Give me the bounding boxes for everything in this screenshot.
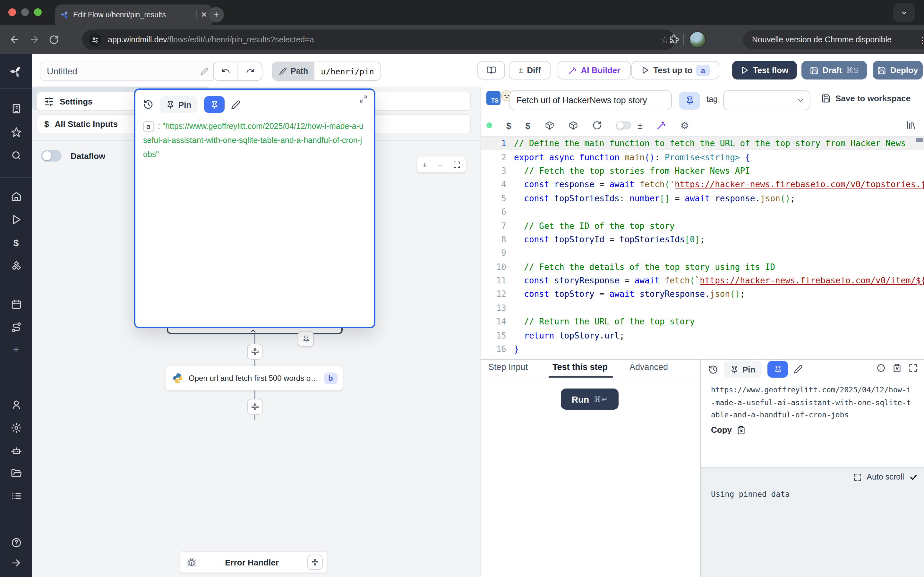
- forward-icon[interactable]: [29, 34, 40, 45]
- flow-node-b[interactable]: Open url and fetch first 500 words of ..…: [166, 366, 342, 390]
- avatar[interactable]: [689, 31, 706, 48]
- diff-icon[interactable]: ±: [638, 120, 642, 131]
- undo-button[interactable]: [214, 62, 237, 80]
- code-line[interactable]: 3 // Fetch the top stories from Hacker N…: [481, 164, 924, 178]
- sidebar-item-schedules[interactable]: [0, 295, 32, 313]
- ai-builder-button[interactable]: AI Builder: [557, 61, 631, 79]
- sidebar-item-workspace[interactable]: [0, 99, 32, 117]
- path-button[interactable]: Path u/henri/pin: [272, 61, 381, 81]
- sidebar-expand[interactable]: [0, 554, 32, 572]
- draft-button[interactable]: Draft ⌘S: [801, 61, 867, 79]
- history-icon[interactable]: [143, 99, 153, 110]
- copy-button[interactable]: Copy: [711, 425, 745, 435]
- flow-name-input[interactable]: Untitled: [40, 61, 216, 81]
- windmill-logo[interactable]: [0, 63, 32, 81]
- auto-scroll-control[interactable]: Auto scroll: [853, 472, 918, 482]
- refresh-icon[interactable]: [592, 121, 602, 130]
- tab-advanced[interactable]: Advanced: [630, 362, 668, 372]
- pin-toggle-button[interactable]: Pin: [160, 96, 198, 113]
- run-button[interactable]: Run ⌘↵: [561, 388, 619, 410]
- code-line[interactable]: 4 const response = await fetch('https://…: [481, 177, 924, 191]
- dataflow-toggle[interactable]: [41, 150, 61, 161]
- code-line[interactable]: 2export async function main(): Promise<s…: [481, 150, 924, 164]
- pinned-active-button[interactable]: [767, 361, 788, 378]
- extensions-puzzle-icon[interactable]: [669, 34, 679, 44]
- docs-button[interactable]: [477, 61, 505, 79]
- bookmark-star-icon[interactable]: ☆: [661, 35, 669, 45]
- code-line[interactable]: 15 return topStory.url;: [481, 329, 924, 342]
- fullscreen-icon[interactable]: [909, 364, 918, 372]
- flow-node-error-handler[interactable]: Error Handler: [180, 551, 327, 573]
- save-to-workspace-button[interactable]: Save to workspace: [821, 93, 911, 103]
- code-line[interactable]: 11 const storyResponse = await fetch(`ht…: [481, 274, 924, 287]
- clipboard-icon[interactable]: [893, 364, 901, 372]
- pinned-active-button[interactable]: [204, 96, 225, 113]
- chrome-update-button[interactable]: Nouvelle version de Chrome disponible ⋮: [743, 30, 924, 49]
- new-tab-button[interactable]: +: [208, 7, 224, 23]
- back-icon[interactable]: [9, 34, 20, 45]
- code-line[interactable]: 1// Define the main function to fetch th…: [481, 137, 924, 150]
- node-a-pin-badge[interactable]: [298, 331, 314, 347]
- pin-toggle-button[interactable]: Pin: [724, 361, 762, 378]
- sidebar-item-search[interactable]: [0, 146, 32, 164]
- step-pin-button[interactable]: [679, 92, 700, 110]
- wand-icon[interactable]: [657, 121, 666, 130]
- window-minimize-button[interactable]: [21, 8, 29, 16]
- test-up-to-button[interactable]: Test up to a: [632, 61, 719, 79]
- code-line[interactable]: 7 // Get the ID of the top story: [481, 219, 924, 233]
- site-info-icon[interactable]: [89, 33, 102, 46]
- sidebar-item-folders[interactable]: [0, 464, 32, 482]
- history-icon[interactable]: [708, 364, 718, 374]
- redo-button[interactable]: [237, 62, 262, 80]
- sidebar-item-account[interactable]: [0, 396, 32, 414]
- sidebar-item-favorites[interactable]: [0, 123, 32, 141]
- info-icon[interactable]: [877, 364, 885, 372]
- step-summary-input[interactable]: Fetch url of HackerNews top story: [509, 90, 672, 110]
- fullscreen-icon[interactable]: [453, 161, 461, 168]
- sidebar-item-variables[interactable]: $: [0, 234, 32, 251]
- test-flow-button[interactable]: Test flow: [732, 61, 797, 79]
- pencil-icon[interactable]: [231, 100, 241, 109]
- sidebar-item-add[interactable]: +: [0, 341, 32, 359]
- deploy-button[interactable]: Deploy: [873, 61, 923, 79]
- tab-search-button[interactable]: [893, 3, 915, 23]
- pinned-json-value[interactable]: a : "https://www.geoffreylitt.com/2025/0…: [143, 119, 365, 161]
- sidebar-item-logs[interactable]: [0, 487, 32, 504]
- reload-icon[interactable]: [49, 34, 59, 45]
- code-line[interactable]: 8 const topStoryId = topStoriesIds[0];: [481, 232, 924, 246]
- pencil-icon[interactable]: [794, 365, 803, 374]
- tab-close-icon[interactable]: ✕: [201, 10, 207, 19]
- insert-step-button[interactable]: [247, 399, 263, 415]
- dollar-icon[interactable]: $: [506, 120, 511, 131]
- sidebar-item-routes[interactable]: [0, 318, 32, 336]
- url-bar[interactable]: app.windmill.dev/flows/edit/u/henri/pin_…: [82, 29, 675, 50]
- code-line[interactable]: 13: [481, 301, 924, 315]
- sidebar-item-workers[interactable]: [0, 442, 32, 460]
- kebab-icon[interactable]: ⋮: [918, 35, 924, 45]
- expand-icon[interactable]: [359, 95, 368, 103]
- error-handler-add-button[interactable]: [307, 554, 323, 570]
- sidebar-item-settings[interactable]: [0, 419, 32, 437]
- library-icon[interactable]: [906, 120, 916, 130]
- package-icon[interactable]: [568, 121, 578, 130]
- code-line[interactable]: 5 const topStoriesIds: number[] = await …: [481, 191, 924, 205]
- gear-icon[interactable]: ⚙: [680, 119, 689, 131]
- code-line[interactable]: 6: [481, 205, 924, 219]
- code-line[interactable]: 9: [481, 246, 924, 260]
- scrollbar-thumb[interactable]: [916, 138, 923, 142]
- editor-toggle[interactable]: [615, 121, 631, 129]
- code-line[interactable]: 16}: [481, 342, 924, 356]
- tab-test-this-step[interactable]: Test this step: [552, 362, 607, 372]
- code-line[interactable]: 10 // Fetch the details of the top story…: [481, 260, 924, 274]
- sidebar-item-resources[interactable]: [0, 256, 32, 274]
- window-zoom-button[interactable]: [34, 8, 42, 16]
- fullscreen-icon[interactable]: [853, 473, 861, 481]
- sidebar-item-runs[interactable]: [0, 210, 32, 228]
- browser-tab[interactable]: Edit Flow u/henri/pin_results ✕: [55, 5, 212, 25]
- dollar-icon[interactable]: $: [525, 120, 531, 131]
- sidebar-item-help[interactable]: [0, 533, 32, 551]
- code-editor[interactable]: 1// Define the main function to fetch th…: [481, 137, 924, 356]
- tab-step-input[interactable]: Step Input: [488, 362, 528, 372]
- result-value[interactable]: https://www.geoffreylitt.com/2025/04/12/…: [711, 384, 915, 422]
- zoom-in-button[interactable]: +: [422, 159, 427, 169]
